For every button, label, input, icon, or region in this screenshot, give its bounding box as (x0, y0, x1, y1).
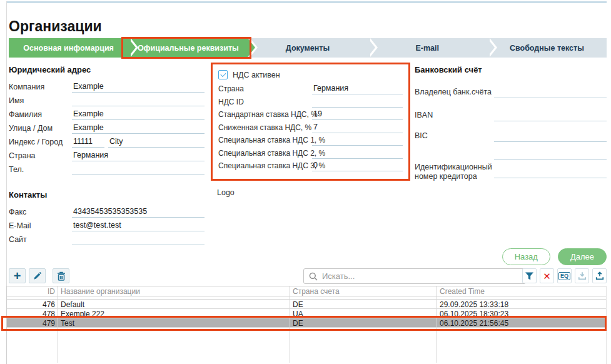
vat-active-checkbox-row[interactable]: НДС активен (218, 68, 403, 81)
phone-field[interactable] (72, 164, 205, 175)
tab-documents[interactable]: Документы (248, 38, 367, 58)
cell-id[interactable]: 478 (7, 309, 58, 318)
edit-button[interactable] (29, 268, 46, 283)
funnel-icon (525, 271, 534, 281)
export-button[interactable] (592, 268, 607, 283)
logo-label: Logo (217, 188, 410, 197)
field-label: Тел. (9, 165, 72, 175)
form-row: IBAN (415, 106, 607, 121)
creditor-id-field[interactable] (494, 168, 607, 178)
street-field[interactable] (72, 123, 205, 134)
email-field[interactable] (72, 221, 205, 231)
section-heading: Контакты (9, 190, 205, 200)
vat-special-rate2-field[interactable] (312, 148, 403, 159)
back-button[interactable]: Назад (502, 248, 550, 265)
form-row: Тел. (9, 163, 205, 175)
zip-field[interactable] (72, 137, 104, 148)
tab-main-info[interactable]: Основная инфомарция (9, 38, 128, 58)
cell-id[interactable]: 476 (7, 300, 58, 308)
vat-special-rate1-field[interactable] (312, 135, 403, 146)
bic-field[interactable] (494, 131, 607, 142)
next-button[interactable]: Далее (558, 248, 607, 265)
form-row: Компания (9, 81, 205, 93)
field-label: E-Mail (9, 221, 72, 231)
add-button[interactable]: + (9, 268, 26, 283)
cell-created[interactable]: 06.10.2025 21:56:45 (437, 318, 606, 327)
table-empty-area (7, 328, 606, 363)
cell-country[interactable]: DE (290, 300, 437, 308)
delete-button[interactable] (53, 268, 69, 283)
form-row: Специальная ставка НДС 1, % (218, 134, 403, 146)
field-label: Сайт (9, 235, 72, 245)
form-row: Сайт (9, 233, 205, 245)
vat-standard-rate-field[interactable] (312, 109, 403, 120)
tab-label: Основная инфомарция (23, 44, 114, 53)
tab-email[interactable]: E-mail (368, 38, 487, 58)
iban-field[interactable] (494, 111, 607, 121)
x-icon: ✕ (543, 271, 551, 281)
cell-country[interactable]: DE (290, 318, 437, 327)
cell-created[interactable]: 29.09.2025 13:33:18 (437, 300, 606, 308)
company-field[interactable] (72, 82, 205, 93)
tab-label: Официальные реквизиты (138, 44, 239, 53)
vat-special-rate3-field[interactable] (312, 161, 403, 171)
bank-owner-field[interactable] (494, 88, 607, 98)
last-name-field[interactable] (72, 109, 205, 120)
filter-button[interactable] (522, 268, 537, 283)
organizations-page: Организации Основная инфомарция Официаль… (0, 0, 611, 364)
form-row: Специальная ставка НДС 2, % (218, 148, 403, 159)
form-row: Индекс / Город (9, 136, 205, 148)
section-heading: Банковский счёт (415, 65, 607, 74)
cell-name[interactable]: Default (58, 300, 290, 308)
wizard-tabbar: Основная инфомарция Официальные реквизит… (9, 38, 607, 58)
country-field[interactable] (72, 151, 205, 161)
tab-label: Свободные тексты (510, 44, 584, 53)
field-label: Индекс / Город (9, 138, 72, 148)
table-search (303, 268, 526, 284)
bank-account-section: Банковский счёт Владелец банк.счёта IBAN… (415, 65, 607, 185)
checkbox-checked-icon[interactable] (218, 70, 228, 79)
field-label: Имя (9, 96, 72, 106)
city-field[interactable] (108, 137, 205, 148)
import-button[interactable] (575, 268, 589, 283)
panel-top-border (6, 1, 607, 3)
field-label: Страна (218, 84, 312, 94)
vat-reduced-rate-field[interactable] (312, 123, 403, 133)
table-row[interactable]: 476 Default DE 29.09.2025 13:33:18 (7, 300, 606, 309)
clear-filter-button[interactable]: ✕ (540, 268, 554, 283)
tab-official-details[interactable]: Официальные реквизиты (128, 38, 248, 58)
field-label: Владелец банк.счёта (415, 88, 494, 98)
vat-country-field[interactable] (312, 84, 403, 94)
tab-free-texts[interactable]: Свободные тексты (487, 38, 607, 58)
first-name-field[interactable] (72, 96, 205, 106)
cell-created[interactable]: 06.10.2025 18:30:23 (437, 309, 606, 318)
extra-bank-field[interactable] (494, 149, 607, 160)
form-row: Стандартная ставка НДС, % (218, 109, 403, 120)
cell-name[interactable]: Test (58, 318, 290, 327)
table-filter-toolbar: ✕ EQ (522, 268, 607, 283)
vat-id-field[interactable] (312, 97, 403, 108)
table-row[interactable]: 478 Exemple 222 UA 06.10.2025 18:30:23 (7, 309, 606, 318)
column-header-id[interactable]: ID (7, 286, 58, 296)
form-row: Имя (9, 94, 205, 106)
wizard-buttons: Назад Далее (502, 248, 607, 265)
cell-id[interactable]: 479 (7, 318, 58, 327)
form-row: Сниженная ставка НДС, % (218, 122, 403, 133)
form-row: Факс (9, 206, 205, 218)
search-input[interactable] (322, 271, 525, 281)
website-field[interactable] (72, 235, 205, 245)
column-header-country[interactable]: Страна счета (290, 286, 437, 296)
column-header-created[interactable]: Created Time (437, 286, 606, 296)
table-row-selected[interactable]: 479 Test DE 06.10.2025 21:56:45 (7, 318, 606, 328)
field-label: Сниженная ставка НДС, % (218, 123, 312, 133)
field-label (415, 159, 494, 160)
form-row: Улица / Дом (9, 122, 205, 134)
form-row: Специальная ставка НДС 3, % (218, 160, 403, 171)
cell-country[interactable]: UA (290, 309, 437, 318)
field-label: Факс (9, 208, 72, 218)
cell-name[interactable]: Exemple 222 (58, 309, 290, 318)
fax-field[interactable] (72, 207, 205, 218)
column-header-name[interactable]: Название организации (58, 286, 290, 296)
advanced-search-button[interactable]: EQ (557, 268, 572, 283)
field-label: BIC (415, 131, 494, 142)
